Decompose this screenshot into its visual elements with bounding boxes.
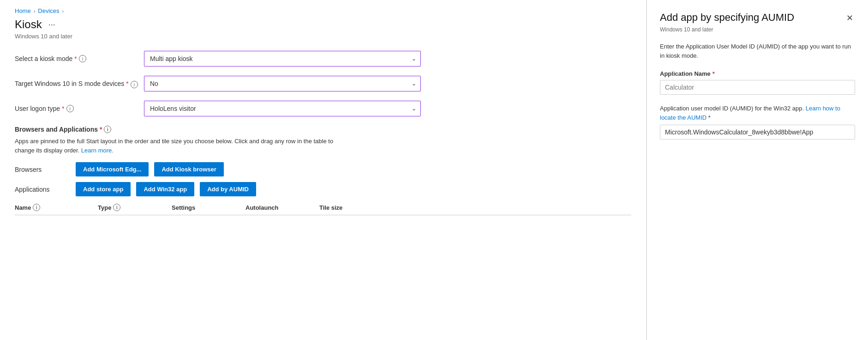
- aumid-field: Application user model ID (AUMID) for th…: [660, 104, 855, 140]
- panel-description: Enter the Application User Model ID (AUM…: [660, 42, 855, 61]
- kiosk-mode-required: *: [74, 55, 77, 62]
- ellipsis-button[interactable]: ···: [46, 19, 58, 30]
- s-mode-label-container: Target Windows 10 in S mode devices * i: [15, 79, 144, 88]
- page-title: Kiosk: [15, 18, 42, 31]
- user-logon-label: User logon type * i: [15, 105, 144, 112]
- table-header: Name i Type i Settings Autolaunch Tile s…: [15, 204, 631, 215]
- user-logon-select[interactable]: HoloLens visitor Azure AD user or group …: [144, 101, 421, 116]
- kiosk-mode-info-icon[interactable]: i: [79, 55, 86, 62]
- aumid-required: *: [708, 114, 711, 121]
- breadcrumb: Home › Devices ›: [15, 7, 631, 14]
- app-name-input[interactable]: [660, 80, 855, 95]
- add-edge-button[interactable]: Add Microsoft Edg...: [76, 162, 149, 176]
- table-type-info-icon[interactable]: i: [113, 204, 120, 211]
- add-kiosk-browser-button[interactable]: Add Kiosk browser: [154, 162, 223, 176]
- user-logon-select-wrapper: HoloLens visitor Azure AD user or group …: [144, 101, 421, 116]
- s-mode-select[interactable]: No Yes: [144, 76, 421, 91]
- page-title-row: Kiosk ···: [15, 18, 631, 31]
- breadcrumb-home[interactable]: Home: [15, 7, 31, 14]
- kiosk-mode-label: Select a kiosk mode * i: [15, 55, 144, 62]
- s-mode-info-icon[interactable]: i: [131, 81, 138, 88]
- app-name-required: *: [712, 70, 715, 77]
- add-by-aumid-button[interactable]: Add by AUMID: [200, 182, 256, 196]
- browsers-label: Browsers: [15, 166, 70, 173]
- kiosk-mode-select-wrapper: Multi app kiosk Single app kiosk ⌄: [144, 51, 421, 67]
- app-name-label: Application Name *: [660, 70, 855, 77]
- panel-title: Add app by specifying AUMID: [660, 11, 794, 24]
- table-section: Name i Type i Settings Autolaunch Tile s…: [15, 204, 631, 215]
- page-subtitle: Windows 10 and later: [15, 33, 631, 40]
- s-mode-label-inner: Target Windows 10 in S mode devices *: [15, 80, 129, 87]
- panel-subtitle: Windows 10 and later: [660, 26, 855, 33]
- table-header-name: Name i: [15, 204, 98, 211]
- section-description: Apps are pinned to the full Start layout…: [15, 137, 338, 155]
- user-logon-info-icon[interactable]: i: [66, 105, 74, 112]
- aumid-description: Application user model ID (AUMID) for th…: [660, 104, 855, 122]
- table-header-autolaunch: Autolaunch: [245, 204, 319, 211]
- aumid-input[interactable]: [660, 125, 855, 140]
- user-logon-field: User logon type * i HoloLens visitor Azu…: [15, 101, 631, 116]
- learn-more-link[interactable]: Learn more.: [81, 147, 114, 154]
- table-header-settings: Settings: [172, 204, 245, 211]
- s-mode-select-wrapper: No Yes ⌄: [144, 76, 421, 91]
- right-panel: Add app by specifying AUMID ✕ Windows 10…: [647, 0, 868, 340]
- table-header-type: Type i: [98, 204, 172, 211]
- user-logon-required: *: [62, 105, 64, 112]
- add-store-app-button[interactable]: Add store app: [76, 182, 131, 196]
- breadcrumb-devices[interactable]: Devices: [38, 7, 59, 14]
- app-name-field: Application Name *: [660, 70, 855, 95]
- add-win32-app-button[interactable]: Add Win32 app: [136, 182, 194, 196]
- browsers-row: Browsers Add Microsoft Edg... Add Kiosk …: [15, 162, 631, 176]
- table-name-info-icon[interactable]: i: [33, 204, 40, 211]
- kiosk-mode-field: Select a kiosk mode * i Multi app kiosk …: [15, 51, 631, 67]
- applications-row: Applications Add store app Add Win32 app…: [15, 182, 631, 196]
- browsers-apps-required: *: [100, 126, 102, 133]
- left-panel: Home › Devices › Kiosk ··· Windows 10 an…: [0, 0, 647, 340]
- s-mode-field: Target Windows 10 in S mode devices * i …: [15, 76, 631, 91]
- applications-label: Applications: [15, 186, 70, 193]
- browsers-apps-info-icon[interactable]: i: [104, 126, 111, 133]
- browsers-apps-label: Browsers and Applications * i: [15, 126, 631, 133]
- browsers-apps-section: Browsers and Applications * i Apps are p…: [15, 126, 631, 215]
- breadcrumb-chevron1: ›: [34, 8, 36, 14]
- kiosk-mode-select[interactable]: Multi app kiosk Single app kiosk: [144, 51, 421, 67]
- close-button[interactable]: ✕: [844, 12, 855, 24]
- panel-header: Add app by specifying AUMID ✕: [660, 11, 855, 24]
- table-header-tile-size: Tile size: [319, 204, 393, 211]
- breadcrumb-chevron2: ›: [62, 8, 64, 14]
- s-mode-required: *: [126, 80, 128, 87]
